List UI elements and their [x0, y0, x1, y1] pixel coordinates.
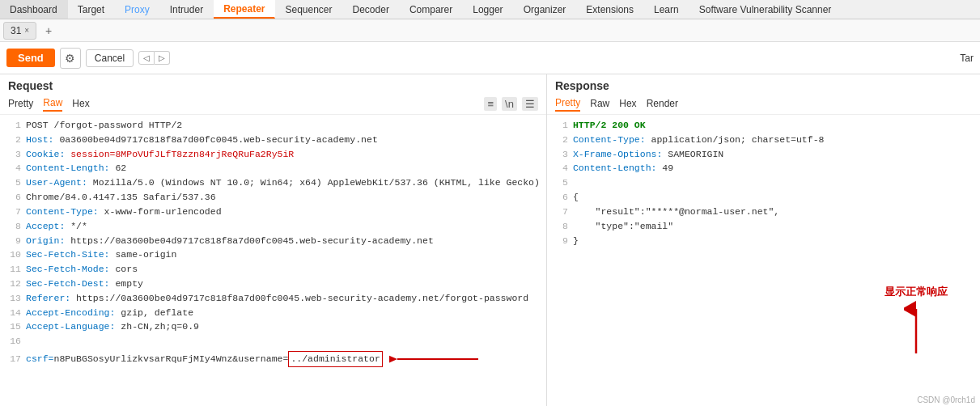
forward-button[interactable]: ▷: [155, 51, 170, 65]
nav-target[interactable]: Target: [68, 0, 115, 19]
req-tab-hex[interactable]: Hex: [72, 98, 89, 111]
req-arrow: [389, 350, 486, 368]
req-line-3: 3 Cookie: session=8MPoVUfJLfT8zzn84rjReQ…: [6, 147, 540, 162]
add-tab-button[interactable]: +: [40, 22, 57, 40]
tab-label: 31: [11, 25, 21, 36]
send-button[interactable]: Send: [6, 49, 55, 67]
req-line-16: 16: [6, 334, 540, 349]
nav-decoder[interactable]: Decoder: [343, 0, 400, 19]
resp-tab-hex[interactable]: Hex: [619, 98, 636, 111]
resp-line-7: 7 "result":"*****@normal-user.net",: [554, 205, 974, 219]
toolbar: Send ⚙ Cancel ◁ ▷ Tar: [0, 42, 980, 74]
resp-tab-pretty[interactable]: Pretty: [555, 97, 580, 112]
resp-line-4: 4 Content-Length: 49: [554, 161, 974, 176]
response-title: Response: [547, 74, 980, 94]
request-title: Request: [0, 74, 546, 94]
resp-line-6: 6 {: [554, 190, 974, 205]
nav-comparer[interactable]: Comparer: [400, 0, 463, 19]
history-nav: ◁ ▷: [138, 51, 170, 65]
request-tabs: Pretty Raw Hex ≡ \n ☰: [0, 94, 546, 115]
nav-bar: Dashboard Target Proxy Intruder Repeater…: [0, 0, 980, 19]
resp-line-5: 5: [554, 176, 974, 190]
resp-line-9: 9 }: [554, 234, 974, 248]
resp-tab-render[interactable]: Render: [647, 98, 678, 111]
resp-line-8: 8 "type":"email": [554, 219, 974, 234]
request-content: 1 POST /forgot-password HTTP/2 2 Host: 0…: [0, 115, 546, 406]
req-line-10: 10 Sec-Fetch-Site: same-origin: [6, 247, 540, 262]
credit-label: CSDN @0rch1d: [912, 394, 980, 406]
settings-button[interactable]: ⚙: [60, 48, 81, 69]
resp-line-1: 1 HTTP/2 200 OK: [554, 118, 974, 133]
nav-intruder[interactable]: Intruder: [160, 0, 214, 19]
resp-tab-raw[interactable]: Raw: [590, 98, 609, 111]
newline-icon[interactable]: \n: [502, 97, 517, 111]
req-line-7: 7 Content-Type: x-www-form-urlencoded: [6, 205, 540, 219]
annotation-text: 显示正常响应: [885, 285, 948, 299]
req-line-15: 15 Accept-Language: zh-CN,zh;q=0.9: [6, 319, 540, 334]
req-line-11: 11 Sec-Fetch-Mode: cors: [6, 262, 540, 277]
resp-line-2: 2 Content-Type: application/json; charse…: [554, 133, 974, 147]
resp-up-arrow: [904, 301, 928, 357]
nav-dashboard[interactable]: Dashboard: [0, 0, 68, 19]
cancel-button[interactable]: Cancel: [86, 49, 134, 67]
req-line-12: 12 Sec-Fetch-Dest: empty: [6, 277, 540, 291]
req-line-6: 6 Chrome/84.0.4147.135 Safari/537.36: [6, 190, 540, 205]
close-tab-icon[interactable]: ×: [24, 26, 29, 35]
req-tab-pretty[interactable]: Pretty: [8, 98, 33, 111]
req-tab-raw[interactable]: Raw: [43, 97, 62, 112]
request-panel: Request Pretty Raw Hex ≡ \n ☰ 1 POST /fo…: [0, 74, 547, 406]
gear-icon: ⚙: [65, 52, 75, 65]
response-content: 1 HTTP/2 200 OK 2 Content-Type: applicat…: [547, 115, 980, 406]
nav-vuln-scanner[interactable]: Software Vulnerability Scanner: [689, 0, 842, 19]
req-line-14: 14 Accept-Encoding: gzip, deflate: [6, 306, 540, 320]
response-panel: Response Pretty Raw Hex Render 1 HTTP/2 …: [547, 74, 980, 406]
csrf-value-box: ../administrator: [288, 351, 382, 367]
menu-icon[interactable]: ☰: [522, 97, 538, 111]
req-line-1: 1 POST /forgot-password HTTP/2: [6, 118, 540, 133]
req-line-13: 13 Referer: https://0a3600be04d9717c818f…: [6, 291, 540, 306]
tab-31[interactable]: 31 ×: [3, 22, 36, 40]
req-line-17: 17 csrf=n8PuBGSosyUrlizkvsarRquFjMIy4Wnz…: [6, 350, 540, 368]
nav-proxy[interactable]: Proxy: [115, 0, 160, 19]
nav-sequencer[interactable]: Sequencer: [275, 0, 342, 19]
back-button[interactable]: ◁: [138, 51, 155, 65]
tab-bar: 31 × +: [0, 19, 980, 42]
nav-repeater[interactable]: Repeater: [214, 0, 275, 19]
nav-learn[interactable]: Learn: [644, 0, 689, 19]
req-line-4: 4 Content-Length: 62: [6, 161, 540, 176]
nav-extensions[interactable]: Extensions: [576, 0, 644, 19]
req-tab-icons: ≡ \n ☰: [484, 97, 537, 111]
req-line-2: 2 Host: 0a3600be04d9717c818f8a7d00fc0045…: [6, 133, 540, 147]
response-tabs: Pretty Raw Hex Render: [547, 94, 980, 115]
nav-organizer[interactable]: Organizer: [514, 0, 577, 19]
req-line-8: 8 Accept: */*: [6, 219, 540, 234]
resp-line-3: 3 X-Frame-Options: SAMEORIGIN: [554, 147, 974, 162]
main-area: Request Pretty Raw Hex ≡ \n ☰ 1 POST /fo…: [0, 74, 980, 406]
nav-logger[interactable]: Logger: [463, 0, 513, 19]
response-annotation: 显示正常响应: [885, 285, 948, 357]
req-line-5: 5 User-Agent: Mozilla/5.0 (Windows NT 10…: [6, 176, 540, 190]
target-label: Tar: [960, 53, 974, 64]
wrap-icon[interactable]: ≡: [484, 97, 497, 111]
req-line-9: 9 Origin: https://0a3600be04d9717c818f8a…: [6, 234, 540, 248]
